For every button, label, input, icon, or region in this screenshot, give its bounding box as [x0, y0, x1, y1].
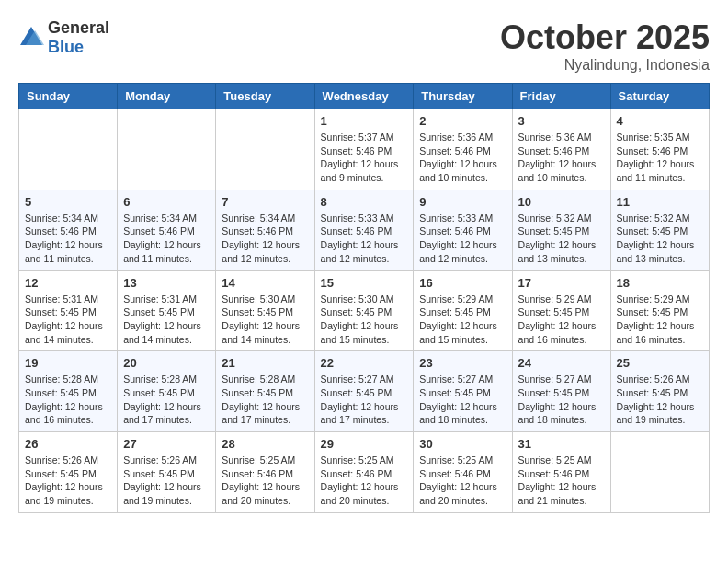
day-number: 20 [123, 356, 210, 370]
day-number: 15 [321, 276, 408, 290]
logo-general: General [48, 18, 109, 37]
logo-icon [18, 25, 44, 51]
calendar-cell: 12Sunrise: 5:31 AM Sunset: 5:45 PM Dayli… [19, 270, 118, 351]
calendar-cell: 25Sunrise: 5:26 AM Sunset: 5:45 PM Dayli… [610, 351, 709, 432]
title-area: October 2025 Nyalindung, Indonesia [500, 18, 710, 74]
calendar-cell: 1Sunrise: 5:37 AM Sunset: 5:46 PM Daylig… [314, 109, 414, 190]
location-title: Nyalindung, Indonesia [500, 57, 710, 74]
day-number: 12 [25, 276, 111, 290]
day-number: 30 [419, 437, 506, 451]
day-number: 17 [518, 276, 605, 290]
day-info: Sunrise: 5:33 AM Sunset: 5:46 PM Dayligh… [419, 212, 506, 266]
day-number: 19 [25, 356, 111, 370]
calendar-week-row: 26Sunrise: 5:26 AM Sunset: 5:45 PM Dayli… [19, 432, 710, 513]
day-of-week-header: Wednesday [314, 84, 414, 109]
calendar-cell: 20Sunrise: 5:28 AM Sunset: 5:45 PM Dayli… [118, 351, 216, 432]
calendar-cell: 17Sunrise: 5:29 AM Sunset: 5:45 PM Dayli… [512, 270, 610, 351]
calendar-cell: 19Sunrise: 5:28 AM Sunset: 5:45 PM Dayli… [19, 351, 118, 432]
day-info: Sunrise: 5:34 AM Sunset: 5:46 PM Dayligh… [25, 212, 111, 266]
calendar-week-row: 19Sunrise: 5:28 AM Sunset: 5:45 PM Dayli… [19, 351, 710, 432]
calendar-cell: 9Sunrise: 5:33 AM Sunset: 5:46 PM Daylig… [414, 190, 512, 270]
calendar-week-row: 1Sunrise: 5:37 AM Sunset: 5:46 PM Daylig… [19, 109, 710, 190]
calendar-cell: 31Sunrise: 5:25 AM Sunset: 5:46 PM Dayli… [512, 432, 610, 513]
logo-blue: Blue [48, 38, 84, 56]
calendar-cell: 7Sunrise: 5:34 AM Sunset: 5:46 PM Daylig… [216, 190, 314, 270]
day-number: 3 [518, 114, 605, 128]
day-number: 22 [321, 356, 408, 370]
day-info: Sunrise: 5:31 AM Sunset: 5:45 PM Dayligh… [123, 293, 210, 347]
day-number: 7 [222, 195, 308, 209]
day-number: 25 [617, 356, 703, 370]
calendar-cell: 15Sunrise: 5:30 AM Sunset: 5:45 PM Dayli… [314, 270, 414, 351]
calendar-cell: 27Sunrise: 5:26 AM Sunset: 5:45 PM Dayli… [118, 432, 216, 513]
day-number: 31 [518, 437, 605, 451]
month-title: October 2025 [500, 18, 710, 57]
day-info: Sunrise: 5:26 AM Sunset: 5:45 PM Dayligh… [25, 454, 111, 508]
day-info: Sunrise: 5:27 AM Sunset: 5:45 PM Dayligh… [518, 373, 605, 427]
logo: General Blue [18, 18, 109, 57]
day-number: 8 [321, 195, 408, 209]
day-of-week-header: Tuesday [216, 84, 314, 109]
day-of-week-header: Saturday [610, 84, 709, 109]
calendar-cell: 26Sunrise: 5:26 AM Sunset: 5:45 PM Dayli… [19, 432, 118, 513]
day-info: Sunrise: 5:26 AM Sunset: 5:45 PM Dayligh… [123, 454, 210, 508]
day-number: 14 [222, 276, 308, 290]
day-info: Sunrise: 5:34 AM Sunset: 5:46 PM Dayligh… [123, 212, 210, 266]
day-info: Sunrise: 5:25 AM Sunset: 5:46 PM Dayligh… [222, 454, 308, 508]
calendar-cell: 6Sunrise: 5:34 AM Sunset: 5:46 PM Daylig… [118, 190, 216, 270]
header: General Blue October 2025 Nyalindung, In… [18, 18, 710, 74]
day-number: 1 [321, 114, 408, 128]
day-of-week-header: Sunday [19, 84, 118, 109]
calendar-cell: 3Sunrise: 5:36 AM Sunset: 5:46 PM Daylig… [512, 109, 610, 190]
day-info: Sunrise: 5:27 AM Sunset: 5:45 PM Dayligh… [321, 373, 408, 427]
day-number: 18 [617, 276, 703, 290]
calendar-cell: 18Sunrise: 5:29 AM Sunset: 5:45 PM Dayli… [610, 270, 709, 351]
day-info: Sunrise: 5:32 AM Sunset: 5:45 PM Dayligh… [617, 212, 703, 266]
day-number: 29 [321, 437, 408, 451]
day-number: 27 [123, 437, 210, 451]
day-number: 10 [518, 195, 605, 209]
day-info: Sunrise: 5:31 AM Sunset: 5:45 PM Dayligh… [25, 293, 111, 347]
day-number: 16 [419, 276, 506, 290]
day-info: Sunrise: 5:32 AM Sunset: 5:45 PM Dayligh… [518, 212, 605, 266]
day-info: Sunrise: 5:29 AM Sunset: 5:45 PM Dayligh… [419, 293, 506, 347]
day-info: Sunrise: 5:29 AM Sunset: 5:45 PM Dayligh… [617, 293, 703, 347]
day-number: 11 [617, 195, 703, 209]
day-info: Sunrise: 5:25 AM Sunset: 5:46 PM Dayligh… [321, 454, 408, 508]
day-number: 5 [25, 195, 111, 209]
day-number: 13 [123, 276, 210, 290]
calendar-cell [118, 109, 216, 190]
calendar-cell: 22Sunrise: 5:27 AM Sunset: 5:45 PM Dayli… [314, 351, 414, 432]
day-info: Sunrise: 5:37 AM Sunset: 5:46 PM Dayligh… [321, 131, 408, 185]
day-info: Sunrise: 5:27 AM Sunset: 5:45 PM Dayligh… [419, 373, 506, 427]
day-info: Sunrise: 5:28 AM Sunset: 5:45 PM Dayligh… [222, 373, 308, 427]
day-info: Sunrise: 5:34 AM Sunset: 5:46 PM Dayligh… [222, 212, 308, 266]
calendar-cell: 30Sunrise: 5:25 AM Sunset: 5:46 PM Dayli… [414, 432, 512, 513]
calendar-cell: 11Sunrise: 5:32 AM Sunset: 5:45 PM Dayli… [610, 190, 709, 270]
day-info: Sunrise: 5:30 AM Sunset: 5:45 PM Dayligh… [222, 293, 308, 347]
day-info: Sunrise: 5:36 AM Sunset: 5:46 PM Dayligh… [419, 131, 506, 185]
day-info: Sunrise: 5:29 AM Sunset: 5:45 PM Dayligh… [518, 293, 605, 347]
calendar-cell [216, 109, 314, 190]
day-info: Sunrise: 5:30 AM Sunset: 5:45 PM Dayligh… [321, 293, 408, 347]
day-number: 9 [419, 195, 506, 209]
calendar-cell: 16Sunrise: 5:29 AM Sunset: 5:45 PM Dayli… [414, 270, 512, 351]
calendar-week-row: 12Sunrise: 5:31 AM Sunset: 5:45 PM Dayli… [19, 270, 710, 351]
calendar-cell: 24Sunrise: 5:27 AM Sunset: 5:45 PM Dayli… [512, 351, 610, 432]
day-info: Sunrise: 5:36 AM Sunset: 5:46 PM Dayligh… [518, 131, 605, 185]
calendar: SundayMondayTuesdayWednesdayThursdayFrid… [18, 83, 710, 513]
day-info: Sunrise: 5:26 AM Sunset: 5:45 PM Dayligh… [617, 373, 703, 427]
calendar-cell: 21Sunrise: 5:28 AM Sunset: 5:45 PM Dayli… [216, 351, 314, 432]
calendar-cell: 23Sunrise: 5:27 AM Sunset: 5:45 PM Dayli… [414, 351, 512, 432]
day-of-week-header: Thursday [414, 84, 512, 109]
calendar-cell: 28Sunrise: 5:25 AM Sunset: 5:46 PM Dayli… [216, 432, 314, 513]
day-number: 23 [419, 356, 506, 370]
calendar-cell: 5Sunrise: 5:34 AM Sunset: 5:46 PM Daylig… [19, 190, 118, 270]
day-number: 24 [518, 356, 605, 370]
day-info: Sunrise: 5:25 AM Sunset: 5:46 PM Dayligh… [419, 454, 506, 508]
day-info: Sunrise: 5:28 AM Sunset: 5:45 PM Dayligh… [123, 373, 210, 427]
day-info: Sunrise: 5:33 AM Sunset: 5:46 PM Dayligh… [321, 212, 408, 266]
day-info: Sunrise: 5:35 AM Sunset: 5:46 PM Dayligh… [617, 131, 703, 185]
calendar-cell: 10Sunrise: 5:32 AM Sunset: 5:45 PM Dayli… [512, 190, 610, 270]
day-info: Sunrise: 5:28 AM Sunset: 5:45 PM Dayligh… [25, 373, 111, 427]
